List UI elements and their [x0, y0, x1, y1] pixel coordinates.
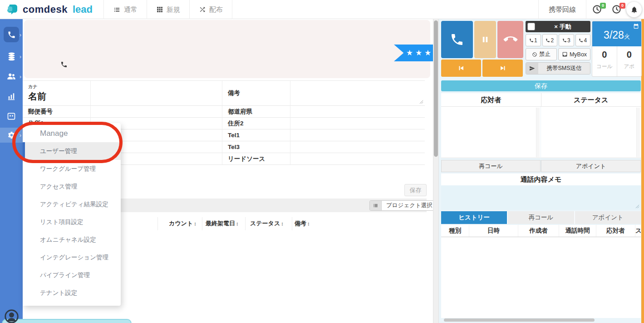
tab-history[interactable]: ヒストリー — [441, 211, 507, 224]
nav-normal[interactable]: 通常 — [103, 0, 147, 19]
tel3-button[interactable]: 3 — [559, 34, 574, 46]
sidebar-item-call[interactable]: › — [0, 25, 23, 44]
tel3-input[interactable] — [290, 141, 425, 153]
menu-item-activity-result-settings[interactable]: アクティビティ結果設定 — [23, 195, 121, 213]
gear-icon — [7, 131, 16, 139]
menu-item-pipeline-management[interactable]: パイプライン管理 — [23, 266, 121, 284]
ban-button[interactable]: 禁止 — [526, 48, 557, 60]
tel3-field-label: Tel3 — [222, 141, 290, 153]
nav-distribute[interactable]: 配布 — [189, 0, 232, 19]
previous-lead-button[interactable] — [441, 60, 481, 77]
appointment-count-label: アポ — [617, 63, 642, 70]
tel2-button[interactable]: 2 — [542, 34, 558, 46]
leadsource-input[interactable] — [290, 153, 425, 164]
listbox-scrollbar[interactable] — [636, 108, 640, 157]
hangup-button[interactable] — [497, 21, 523, 58]
resize-handle-icon[interactable] — [635, 204, 639, 209]
timer-green-button[interactable]: 0 — [592, 4, 604, 16]
menu-item-user-management[interactable]: ユーザー管理 — [23, 142, 121, 160]
timer-red-button[interactable]: 0 — [611, 4, 623, 16]
mobile-line-label[interactable]: 携帯回線 — [538, 0, 586, 19]
list-icon — [373, 203, 379, 209]
manual-mode-bar: ×手動 — [526, 21, 590, 32]
tel1-input[interactable] — [290, 129, 425, 141]
history-scrollbar-thumb[interactable] — [444, 318, 595, 322]
sidebar-item-analytics[interactable] — [0, 87, 23, 105]
status-listbox[interactable] — [541, 107, 641, 158]
zip-input[interactable] — [91, 106, 222, 117]
tel4-button[interactable]: 4 — [575, 34, 591, 46]
project-select-button[interactable]: プロジェクト選択 — [369, 200, 438, 211]
notification-toast[interactable] — [2, 319, 132, 323]
call-button[interactable] — [441, 21, 473, 58]
sms-send-button[interactable]: 携帯SMS送信 — [526, 62, 590, 75]
active-highlight — [4, 27, 19, 42]
support-messenger-icon[interactable] — [4, 309, 19, 323]
menu-item-access-management[interactable]: アクセス管理 — [23, 178, 121, 195]
listbox-scrollbar[interactable] — [536, 108, 540, 157]
tel1-button[interactable]: 1 — [526, 34, 541, 46]
sort-icon: ↕ — [194, 221, 197, 226]
main-scrollbar-thumb[interactable] — [434, 20, 438, 157]
tab-recall[interactable]: 再コール — [507, 211, 574, 224]
left-sidebar: › › › — [0, 19, 23, 323]
top-nav: 通常 新規 配布 — [103, 0, 232, 19]
sidebar-item-messages[interactable] — [0, 107, 23, 125]
menu-item-list-field-settings[interactable]: リスト項目設定 — [23, 213, 121, 231]
sidebar-item-settings[interactable]: › — [0, 128, 23, 143]
next-lead-button[interactable] — [482, 60, 523, 77]
history-table-header: 種別 日時 作成者 通話時間 応対者 ステータス — [441, 225, 641, 237]
status-save-button[interactable]: 保存 — [441, 80, 641, 91]
date-display[interactable]: 3/28火 — [592, 21, 641, 46]
sort-header-note[interactable]: 備考↕ — [295, 219, 310, 228]
menu-item-integration-management[interactable]: インテグレーション管理 — [23, 248, 121, 266]
address2-input[interactable] — [290, 118, 425, 129]
manage-menu-title: Manage — [23, 123, 121, 142]
name-label: 名前 — [28, 90, 90, 103]
history-col-type: 種別 — [441, 225, 469, 237]
appointment-button[interactable]: アポイント — [541, 160, 641, 172]
sort-header-lastcall[interactable]: 最終架電日↕ — [206, 219, 239, 228]
close-icon[interactable]: × — [554, 23, 558, 30]
phone-icon — [562, 38, 567, 43]
resize-handle-icon[interactable] — [419, 100, 423, 104]
nav-new[interactable]: 新規 — [147, 0, 189, 19]
form-save-button[interactable]: 保存 — [404, 184, 427, 196]
inbox-icon — [562, 51, 568, 57]
date-counter-box: 3/28火 0 コール 0 アポ — [592, 21, 642, 77]
pause-button[interactable] — [474, 21, 496, 58]
sort-header-count[interactable]: カウント↕ — [169, 219, 197, 228]
status-column-headers: 応対者 ステータス — [441, 93, 641, 107]
menu-item-workgroup-management[interactable]: ワークグループ管理 — [23, 160, 121, 178]
bar-chart-icon — [7, 92, 16, 101]
sidebar-item-lists[interactable]: › — [0, 47, 23, 65]
pref-input[interactable] — [290, 106, 425, 117]
responder-listbox[interactable] — [441, 107, 541, 158]
menu-item-tenant-settings[interactable]: テナント設定 — [23, 284, 121, 302]
name-input[interactable] — [91, 81, 222, 105]
mybox-button[interactable]: MyBox — [558, 48, 590, 60]
note-field-label: 備考 — [222, 81, 290, 105]
tab-appointment[interactable]: アポイント — [574, 211, 641, 224]
sort-header-status[interactable]: ステータス↕ — [250, 219, 284, 228]
note-textarea[interactable] — [290, 81, 425, 105]
phone-icon — [579, 38, 583, 43]
zip-field-label: 郵便番号 — [23, 106, 91, 117]
call-count-label: コール — [592, 63, 617, 70]
tel1-field-label: Tel1 — [222, 129, 290, 141]
notifications-button[interactable] — [626, 2, 642, 17]
history-col-status: ステータス — [635, 225, 641, 237]
app-logo[interactable]: comdesklead — [6, 3, 93, 16]
manual-checkbox[interactable] — [527, 23, 535, 30]
date-weekday: 火 — [624, 33, 630, 41]
recall-button[interactable]: 再コール — [441, 160, 541, 172]
sms-send-label: 携帯SMS送信 — [538, 63, 590, 74]
sort-icon: ↕ — [281, 221, 284, 226]
phone-icon — [546, 38, 550, 43]
sidebar-item-users[interactable]: › — [0, 67, 23, 85]
menu-item-omnichannel-settings[interactable]: オムニチャネル設定 — [23, 231, 121, 248]
tel-line-buttons: 1 2 3 4 — [526, 34, 590, 46]
responder-column-header: 応対者 — [441, 93, 541, 106]
memo-textarea[interactable] — [441, 185, 641, 210]
brand-suffix: lead — [73, 4, 93, 15]
